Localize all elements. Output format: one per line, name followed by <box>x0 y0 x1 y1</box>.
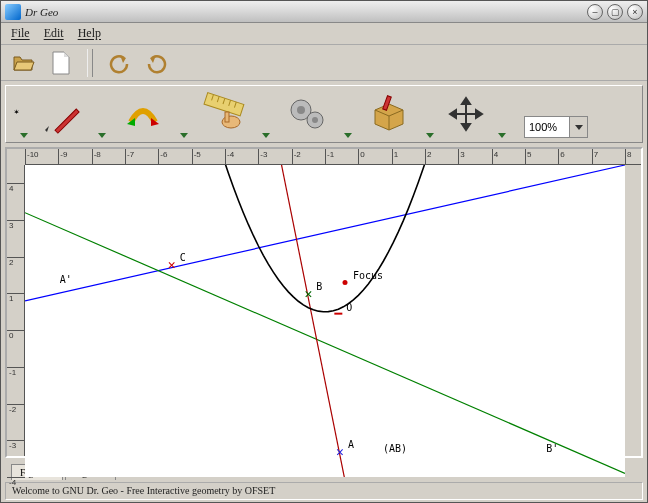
toolbar-main <box>1 45 647 81</box>
ruler-horizontal: -10-9-8-7-6-5-4-3-2-1012345678 <box>25 149 641 165</box>
macro-tool-dropdown[interactable] <box>340 90 356 138</box>
chevron-down-icon <box>20 133 28 138</box>
zoom-input[interactable] <box>525 117 569 137</box>
zoom-dropdown-button[interactable] <box>569 117 587 137</box>
svg-marker-21 <box>462 124 470 130</box>
undo-icon <box>108 52 130 74</box>
point-label: A' <box>60 274 72 285</box>
chevron-down-icon <box>426 133 434 138</box>
move-tool-dropdown[interactable] <box>494 90 510 138</box>
maximize-button[interactable]: ▢ <box>607 4 623 20</box>
macro-tool-button[interactable] <box>282 90 332 138</box>
other-tool-dropdown[interactable] <box>422 90 438 138</box>
zoom-combo[interactable] <box>524 116 588 138</box>
minimize-button[interactable]: – <box>587 4 603 20</box>
svg-point-28 <box>343 280 348 285</box>
transform-icon <box>121 92 165 136</box>
measure-tool-button[interactable] <box>200 90 250 138</box>
point-label: B' <box>546 443 558 454</box>
chevron-down-icon <box>344 133 352 138</box>
point-label: B <box>316 281 322 292</box>
chevron-down-icon <box>180 133 188 138</box>
workarea: -10-9-8-7-6-5-4-3-2-1012345678 43210-1-2… <box>5 147 643 480</box>
open-button[interactable] <box>9 49 37 77</box>
separator <box>87 49 93 77</box>
svg-marker-22 <box>450 110 456 118</box>
menu-help[interactable]: Help <box>78 26 101 41</box>
new-button[interactable] <box>47 49 75 77</box>
redo-icon <box>146 52 168 74</box>
svg-line-24 <box>25 165 625 301</box>
toolbar-tools: ✶ <box>5 85 643 143</box>
svg-rect-12 <box>225 112 229 122</box>
geometry-canvas[interactable]: A'✕C✕BOFocus✕A(AB)B' <box>25 165 625 477</box>
other-tool-button[interactable] <box>364 90 414 138</box>
status-bar: Welcome to GNU Dr. Geo - Free Interactiv… <box>5 482 643 500</box>
figure-plot <box>25 165 625 477</box>
undo-button[interactable] <box>105 49 133 77</box>
redo-button[interactable] <box>143 49 171 77</box>
point-tool-icon: ✶ <box>12 102 20 124</box>
line-tool-button[interactable] <box>36 90 86 138</box>
svg-marker-20 <box>462 98 470 104</box>
svg-point-14 <box>297 106 305 114</box>
box-icon <box>367 92 411 136</box>
svg-text:✶: ✶ <box>14 109 19 115</box>
svg-line-25 <box>25 213 625 474</box>
point-label: A <box>348 439 354 450</box>
ruler-icon <box>201 92 249 136</box>
gears-icon <box>285 92 329 136</box>
svg-point-16 <box>312 117 318 123</box>
line-tool-dropdown[interactable] <box>94 90 110 138</box>
measure-tool-dropdown[interactable] <box>258 90 274 138</box>
menu-edit[interactable]: Edit <box>44 26 64 41</box>
app-window: Dr Geo – ▢ × File Edit Help ✶ <box>0 0 648 503</box>
svg-rect-5 <box>204 93 244 116</box>
chevron-down-icon <box>575 125 583 130</box>
point-tool-button[interactable]: ✶ <box>12 90 28 138</box>
ruler-vertical: 43210-1-2-3-4 <box>7 165 25 456</box>
chevron-down-icon <box>498 133 506 138</box>
menu-file[interactable]: File <box>11 26 30 41</box>
point-label: C <box>180 252 186 263</box>
chevron-down-icon <box>262 133 270 138</box>
move-tool-button[interactable] <box>446 90 486 138</box>
new-file-icon <box>50 50 72 76</box>
titlebar[interactable]: Dr Geo – ▢ × <box>1 1 647 23</box>
canvas-frame: -10-9-8-7-6-5-4-3-2-1012345678 43210-1-2… <box>5 147 643 458</box>
point-label: O <box>346 302 352 313</box>
window-title: Dr Geo <box>25 6 58 18</box>
close-button[interactable]: × <box>627 4 643 20</box>
menubar: File Edit Help <box>1 23 647 45</box>
svg-rect-1 <box>55 109 79 133</box>
transform-tool-dropdown[interactable] <box>176 90 192 138</box>
app-icon <box>5 4 21 20</box>
svg-marker-23 <box>476 110 482 118</box>
transform-tool-button[interactable] <box>118 90 168 138</box>
chevron-down-icon <box>98 133 106 138</box>
svg-line-26 <box>248 165 351 477</box>
point-label: Focus <box>353 270 383 281</box>
open-icon <box>11 51 35 75</box>
pencil-icon <box>39 92 83 136</box>
svg-marker-2 <box>45 126 49 132</box>
move-arrows-icon <box>448 96 484 132</box>
point-label: (AB) <box>383 443 407 454</box>
